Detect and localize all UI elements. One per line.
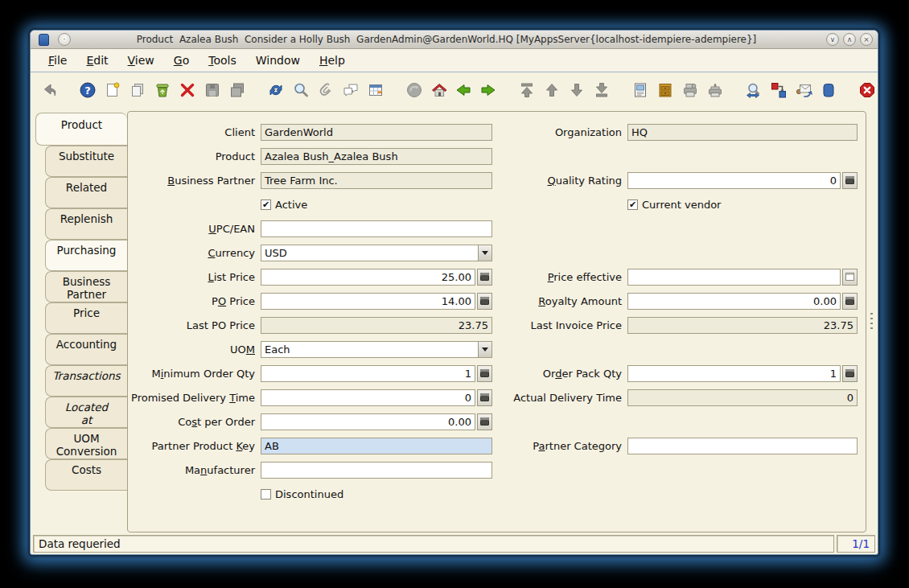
partner-category-field[interactable] <box>627 438 858 454</box>
undo-button[interactable] <box>39 80 60 101</box>
new-record-button[interactable] <box>102 80 123 101</box>
product-field: Azalea Bush_Azalea Bush <box>261 148 492 165</box>
tab-uom-conversion[interactable]: UOM Conversion <box>45 428 127 459</box>
active-checkbox-label: Active <box>275 199 307 211</box>
next-record-button[interactable] <box>566 80 587 101</box>
last-record-button[interactable] <box>591 80 612 101</box>
report-button[interactable] <box>630 80 651 101</box>
chat-button[interactable] <box>340 80 361 101</box>
end-window-icon <box>858 81 876 99</box>
print-preview-button[interactable] <box>680 80 701 101</box>
help-button[interactable]: ? <box>77 80 98 101</box>
tab-price[interactable]: Price <box>45 302 127 334</box>
promised-delivery-time-field[interactable]: 0 <box>261 389 475 406</box>
attachment-button[interactable] <box>315 80 336 101</box>
price-effective-calendar-button[interactable] <box>842 269 858 286</box>
zoom-across-button[interactable] <box>743 80 764 101</box>
minimum-order-qty-calculator-button[interactable] <box>477 365 492 382</box>
grid-toggle-button[interactable] <box>365 80 386 101</box>
calculator-icon <box>480 417 489 426</box>
uom-value: Each <box>265 343 290 356</box>
first-record-button[interactable] <box>516 80 537 101</box>
royalty-amount-calculator-button[interactable] <box>842 293 858 310</box>
first-record-icon <box>518 81 536 99</box>
currency-dropdown-button[interactable] <box>478 245 492 261</box>
parent-record-button[interactable] <box>453 80 474 101</box>
price-effective-field[interactable] <box>627 269 841 286</box>
delete-selection-button[interactable] <box>177 80 198 101</box>
close-button[interactable]: × <box>860 33 873 46</box>
tab-product[interactable]: Product <box>35 113 127 146</box>
royalty-amount-field[interactable]: 0.00 <box>627 293 841 310</box>
tab-accounting[interactable]: Accounting <box>45 334 127 365</box>
end-window-button[interactable] <box>857 80 878 101</box>
cost-per-order-calculator-button[interactable] <box>477 413 492 430</box>
tab-costs[interactable]: Costs <box>45 459 127 491</box>
current-vendor-checkbox[interactable]: ✔ <box>627 199 638 210</box>
order-pack-qty-field[interactable]: 1 <box>627 365 841 382</box>
tab-replenish[interactable]: Replenish <box>45 208 127 240</box>
refresh-button[interactable] <box>265 80 286 101</box>
active-checkbox[interactable]: ✔ <box>261 199 271 210</box>
quality-rating-calculator-button[interactable] <box>842 172 858 189</box>
po-price-field[interactable]: 14.00 <box>261 293 475 310</box>
app-icon <box>39 34 49 46</box>
discontinued-checkbox-label: Discontinued <box>275 488 343 500</box>
promised-delivery-time-calculator-button[interactable] <box>477 389 492 406</box>
svg-text:?: ? <box>84 84 91 97</box>
home-menu-button[interactable] <box>429 80 450 101</box>
detail-record-button[interactable] <box>478 80 499 101</box>
find-button[interactable] <box>290 80 311 101</box>
po-price-calculator-button[interactable] <box>477 293 492 310</box>
refresh-icon <box>267 81 285 99</box>
last-invoice-price-field: 23.75 <box>627 317 858 334</box>
menu-help[interactable]: Help <box>310 51 355 69</box>
list-price-calculator-button[interactable] <box>477 269 492 286</box>
tab-business-partner[interactable]: Business Partner <box>45 271 127 302</box>
request-button[interactable] <box>793 80 814 101</box>
order-pack-qty-calculator-button[interactable] <box>842 365 858 382</box>
copy-record-button[interactable] <box>127 80 148 101</box>
tab-transactions[interactable]: Transactions <box>45 365 127 397</box>
menu-tools[interactable]: Tools <box>199 51 246 69</box>
print-button[interactable] <box>705 80 726 101</box>
maximize-button[interactable]: ∧ <box>843 33 856 46</box>
partner-product-key-field[interactable]: AB <box>261 438 492 454</box>
workflow-button[interactable] <box>768 80 789 101</box>
currency-select[interactable]: USD <box>261 245 492 261</box>
menu-window[interactable]: Window <box>246 51 310 69</box>
menu-edit[interactable]: Edit <box>76 51 117 69</box>
uom-dropdown-button[interactable] <box>478 342 492 357</box>
list-price-field[interactable]: 25.00 <box>261 269 475 286</box>
menu-go[interactable]: Go <box>164 51 199 69</box>
last-invoice-price-label: Last Invoice Price <box>492 319 627 331</box>
quality-rating-field[interactable]: 0 <box>627 172 841 189</box>
panel-splitter[interactable] <box>866 111 876 532</box>
minimize-button[interactable]: ∨ <box>826 33 839 46</box>
uom-select[interactable]: Each <box>261 341 492 358</box>
previous-record-button[interactable] <box>541 80 562 101</box>
menu-file[interactable]: File <box>39 51 76 69</box>
product-info-button[interactable] <box>818 80 839 101</box>
minimum-order-qty-field[interactable]: 1 <box>261 365 475 382</box>
cost-per-order-field[interactable]: 0.00 <box>261 413 475 430</box>
history-button[interactable] <box>404 80 425 101</box>
window-menu-button[interactable]: · <box>58 33 71 46</box>
delete-record-button[interactable] <box>152 80 173 101</box>
manufacturer-field[interactable] <box>261 462 492 479</box>
po-price-label: PO Price <box>130 295 261 307</box>
save-button[interactable] <box>202 80 223 101</box>
title-bar[interactable]: · Product Azalea Bush Consider a Holly B… <box>31 31 878 49</box>
organization-label: Organization <box>492 126 627 138</box>
menu-view[interactable]: View <box>118 51 164 69</box>
archive-button[interactable] <box>655 80 676 101</box>
actual-delivery-time-field: 0 <box>627 389 858 406</box>
tab-located-at[interactable]: Located at <box>45 397 127 428</box>
upc-ean-field[interactable] <box>261 220 492 237</box>
tab-substitute[interactable]: Substitute <box>45 146 127 177</box>
discontinued-checkbox[interactable] <box>261 489 271 500</box>
save-copy-button[interactable] <box>227 80 248 101</box>
tab-purchasing[interactable]: Purchasing <box>45 240 127 271</box>
currency-label: Currency <box>130 247 261 259</box>
tab-related[interactable]: Related <box>45 177 127 208</box>
